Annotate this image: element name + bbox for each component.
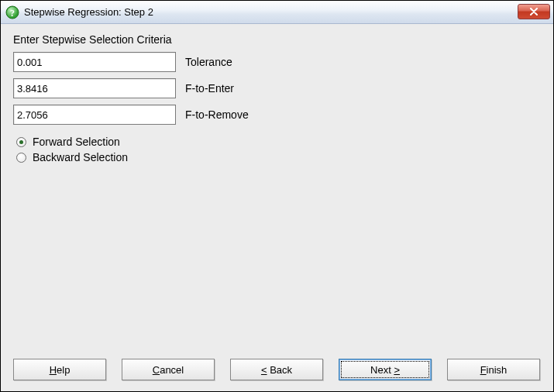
radio-icon bbox=[16, 137, 26, 147]
content-area: Enter Stepwise Selection Criteria Tolera… bbox=[1, 24, 553, 351]
forward-selection-radio[interactable]: Forward Selection bbox=[16, 136, 541, 148]
wizard-button-bar: Help Cancel < Back Next > Finish bbox=[1, 351, 553, 391]
help-icon: ? bbox=[5, 5, 19, 19]
section-heading: Enter Stepwise Selection Criteria bbox=[13, 33, 541, 46]
selection-direction-group: Forward Selection Backward Selection bbox=[16, 136, 541, 167]
help-button[interactable]: Help bbox=[13, 359, 106, 380]
cancel-button[interactable]: Cancel bbox=[122, 359, 215, 380]
f-to-remove-input[interactable] bbox=[13, 105, 176, 125]
f-to-enter-label: F-to-Enter bbox=[185, 82, 234, 95]
tolerance-label: Tolerance bbox=[185, 56, 232, 68]
forward-selection-label: Forward Selection bbox=[33, 136, 120, 148]
tolerance-input[interactable] bbox=[13, 52, 176, 72]
window-title: Stepwise Regression: Step 2 bbox=[24, 6, 153, 18]
tolerance-row: Tolerance bbox=[13, 52, 541, 72]
next-button[interactable]: Next > bbox=[339, 359, 432, 380]
f-to-remove-label: F-to-Remove bbox=[185, 108, 249, 121]
f-to-enter-input[interactable] bbox=[13, 78, 176, 98]
svg-text:?: ? bbox=[10, 7, 15, 18]
close-button[interactable] bbox=[518, 4, 550, 19]
backward-selection-radio[interactable]: Backward Selection bbox=[16, 151, 541, 163]
backward-selection-label: Backward Selection bbox=[33, 151, 128, 163]
radio-icon bbox=[16, 153, 26, 163]
titlebar: ? Stepwise Regression: Step 2 bbox=[1, 1, 553, 24]
finish-button[interactable]: Finish bbox=[447, 359, 540, 380]
dialog-window: ? Stepwise Regression: Step 2 Enter Step… bbox=[0, 0, 554, 392]
f-to-remove-row: F-to-Remove bbox=[13, 105, 541, 125]
f-to-enter-row: F-to-Enter bbox=[13, 78, 541, 98]
close-icon bbox=[529, 8, 539, 15]
back-button[interactable]: < Back bbox=[230, 359, 323, 380]
